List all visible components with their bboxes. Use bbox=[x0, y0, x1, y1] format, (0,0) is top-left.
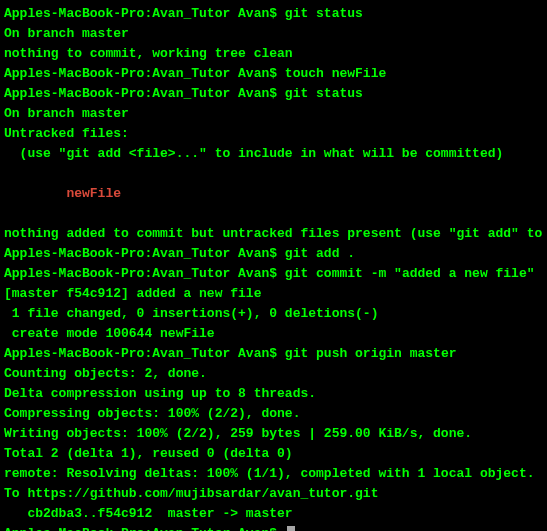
shell-prompt: Apples-MacBook-Pro:Avan_Tutor Avan$ bbox=[4, 6, 285, 21]
terminal-line: Apples-MacBook-Pro:Avan_Tutor Avan$ git … bbox=[4, 264, 543, 284]
output-text: Untracked files: bbox=[4, 126, 129, 141]
shell-command: git commit -m "added a new file" bbox=[285, 266, 535, 281]
terminal-line: Apples-MacBook-Pro:Avan_Tutor Avan$ git … bbox=[4, 4, 543, 24]
terminal-line: On branch master bbox=[4, 104, 543, 124]
terminal-line: Apples-MacBook-Pro:Avan_Tutor Avan$ git … bbox=[4, 244, 543, 264]
terminal-line: To https://github.com/mujibsardar/avan_t… bbox=[4, 484, 543, 504]
terminal-line: cb2dba3..f54c912 master -> master bbox=[4, 504, 543, 524]
cursor-icon bbox=[287, 526, 295, 531]
terminal-line: newFile bbox=[4, 184, 543, 204]
output-text: create mode 100644 newFile bbox=[4, 326, 215, 341]
terminal-line: Compressing objects: 100% (2/2), done. bbox=[4, 404, 543, 424]
terminal-line: Apples-MacBook-Pro:Avan_Tutor Avan$ git … bbox=[4, 84, 543, 104]
shell-command: git status bbox=[285, 6, 363, 21]
untracked-file: newFile bbox=[4, 186, 121, 201]
terminal-line: Writing objects: 100% (2/2), 259 bytes |… bbox=[4, 424, 543, 444]
shell-prompt: Apples-MacBook-Pro:Avan_Tutor Avan$ bbox=[4, 346, 285, 361]
shell-prompt: Apples-MacBook-Pro:Avan_Tutor Avan$ bbox=[4, 266, 285, 281]
output-text: nothing to commit, working tree clean bbox=[4, 46, 293, 61]
terminal-line: Untracked files: bbox=[4, 124, 543, 144]
terminal-line: (use "git add <file>..." to include in w… bbox=[4, 144, 543, 164]
terminal-line bbox=[4, 164, 543, 184]
output-text: Counting objects: 2, done. bbox=[4, 366, 207, 381]
output-text: remote: Resolving deltas: 100% (1/1), co… bbox=[4, 466, 535, 481]
terminal-line: On branch master bbox=[4, 24, 543, 44]
terminal-line: Apples-MacBook-Pro:Avan_Tutor Avan$ bbox=[4, 524, 543, 531]
output-text: Compressing objects: 100% (2/2), done. bbox=[4, 406, 300, 421]
terminal-line: nothing added to commit but untracked fi… bbox=[4, 224, 543, 244]
terminal-line: Counting objects: 2, done. bbox=[4, 364, 543, 384]
terminal-line bbox=[4, 204, 543, 224]
output-text: 1 file changed, 0 insertions(+), 0 delet… bbox=[4, 306, 378, 321]
shell-command: git add . bbox=[285, 246, 355, 261]
terminal-line: Total 2 (delta 1), reused 0 (delta 0) bbox=[4, 444, 543, 464]
shell-prompt: Apples-MacBook-Pro:Avan_Tutor Avan$ bbox=[4, 526, 285, 531]
shell-command: touch newFile bbox=[285, 66, 386, 81]
output-text: To https://github.com/mujibsardar/avan_t… bbox=[4, 486, 378, 501]
output-text: Delta compression using up to 8 threads. bbox=[4, 386, 316, 401]
output-text: nothing added to commit but untracked fi… bbox=[4, 226, 547, 241]
output-text: On branch master bbox=[4, 106, 129, 121]
terminal-line: 1 file changed, 0 insertions(+), 0 delet… bbox=[4, 304, 543, 324]
shell-command: git push origin master bbox=[285, 346, 457, 361]
terminal-line: [master f54c912] added a new file bbox=[4, 284, 543, 304]
terminal-line: Delta compression using up to 8 threads. bbox=[4, 384, 543, 404]
terminal-line: Apples-MacBook-Pro:Avan_Tutor Avan$ touc… bbox=[4, 64, 543, 84]
output-text: Writing objects: 100% (2/2), 259 bytes |… bbox=[4, 426, 472, 441]
terminal-line: nothing to commit, working tree clean bbox=[4, 44, 543, 64]
output-text: Total 2 (delta 1), reused 0 (delta 0) bbox=[4, 446, 293, 461]
shell-prompt: Apples-MacBook-Pro:Avan_Tutor Avan$ bbox=[4, 86, 285, 101]
output-text: (use "git add <file>..." to include in w… bbox=[4, 146, 503, 161]
terminal-line: Apples-MacBook-Pro:Avan_Tutor Avan$ git … bbox=[4, 344, 543, 364]
output-text: On branch master bbox=[4, 26, 129, 41]
shell-prompt: Apples-MacBook-Pro:Avan_Tutor Avan$ bbox=[4, 66, 285, 81]
output-text: cb2dba3..f54c912 master -> master bbox=[4, 506, 293, 521]
shell-prompt: Apples-MacBook-Pro:Avan_Tutor Avan$ bbox=[4, 246, 285, 261]
terminal-line: remote: Resolving deltas: 100% (1/1), co… bbox=[4, 464, 543, 484]
shell-command: git status bbox=[285, 86, 363, 101]
terminal-line: create mode 100644 newFile bbox=[4, 324, 543, 344]
terminal-output[interactable]: Apples-MacBook-Pro:Avan_Tutor Avan$ git … bbox=[4, 4, 543, 531]
output-text: [master f54c912] added a new file bbox=[4, 286, 261, 301]
